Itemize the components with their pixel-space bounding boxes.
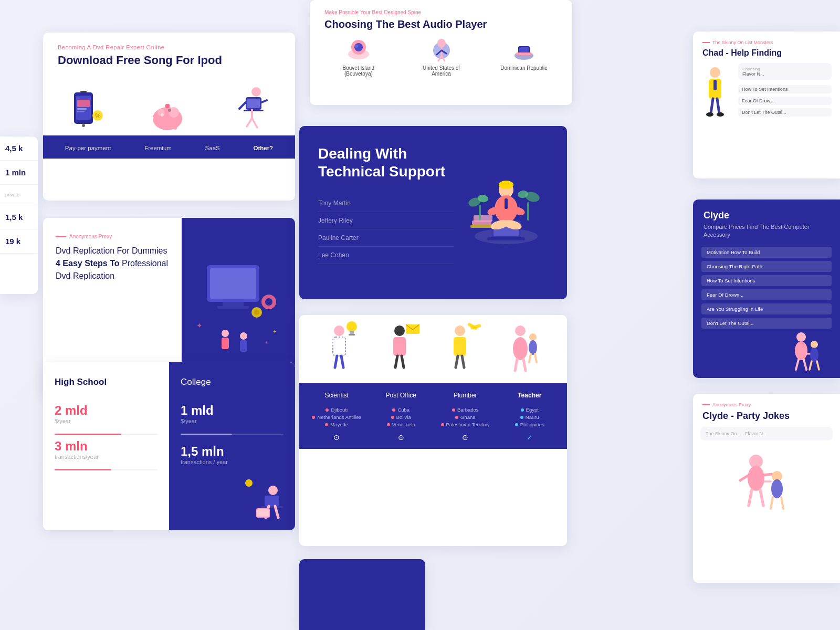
svg-point-126 [810, 348, 818, 362]
plumber-countries: Barbados Ghana Palestinian Territory [439, 405, 491, 429]
chad-tag-1: How To Set Intentions [738, 85, 832, 93]
check-plumber: ⊙ [439, 433, 491, 442]
check-scientist: ⊙ [310, 433, 363, 442]
svg-line-127 [810, 361, 812, 370]
col-stat1-lbl: $/year [181, 418, 284, 424]
svg-line-93 [335, 356, 337, 368]
option-saas: SaaS [205, 145, 220, 151]
col-stat-bar-1 [181, 434, 284, 435]
svg-point-107 [513, 337, 528, 360]
check-teacher: ✓ [503, 433, 556, 442]
loc-dominican: Dominican Republic [500, 36, 547, 77]
svg-rect-73 [527, 202, 529, 220]
chad-person-svg [698, 63, 732, 131]
card-school-college: High School 2 mld $/year 3 mln transacti… [43, 362, 295, 530]
svg-rect-69 [470, 225, 494, 228]
hs-title: High School [55, 377, 158, 387]
clyde-tag-4: Fear Of Drown... [701, 289, 832, 300]
svg-rect-68 [474, 215, 492, 222]
svg-point-106 [515, 326, 526, 336]
svg-rect-30 [217, 306, 249, 309]
svg-rect-64 [519, 47, 529, 52]
college-panel: College 1 mld $/year 1,5 mln transaction… [169, 362, 295, 530]
svg-line-109 [523, 359, 526, 371]
bouvet-icon [345, 36, 372, 62]
svg-point-87 [334, 326, 344, 336]
clyde-tag-6: Don't Let The Outsi... [701, 318, 832, 329]
svg-point-100 [455, 326, 465, 336]
card-tech-support: Dealing With Technical Support Tony Mart… [299, 126, 567, 299]
svg-point-43 [247, 481, 251, 485]
svg-line-105 [462, 356, 464, 368]
svg-rect-14 [174, 122, 177, 130]
col-title: College [181, 377, 284, 387]
card-bottom-strip [299, 559, 425, 630]
dvd-title: Dvd Replication For Dummies 4 Easy Steps… [56, 245, 169, 282]
person-2: Jeffery Riley [318, 212, 454, 229]
svg-line-23 [247, 118, 252, 127]
option-other: Other? [253, 145, 273, 151]
svg-line-104 [456, 356, 458, 368]
svg-line-94 [341, 356, 343, 368]
col-stat1-val: 1 mld [181, 403, 284, 418]
clyde-compare-top: Clyde Compare Prices Find The Best Compu… [693, 200, 840, 247]
svg-point-32 [265, 298, 272, 306]
party-bubble: The Skinny On... Flavor N... [700, 427, 833, 440]
tech-right-illus [464, 145, 548, 264]
svg-rect-82 [505, 198, 508, 209]
clyde-figure [693, 329, 840, 376]
svg-rect-78 [487, 237, 525, 240]
svg-point-34 [254, 310, 259, 315]
svg-point-80 [499, 181, 513, 189]
chad-body: Choosing Flavor N... How To Set Intentio… [693, 63, 840, 131]
svg-point-131 [748, 466, 764, 491]
svg-rect-50 [257, 509, 269, 517]
download-title: Download Free Song For Ipod [58, 54, 280, 67]
svg-line-134 [740, 475, 749, 480]
svg-point-122 [795, 341, 807, 360]
svg-line-99 [402, 356, 404, 368]
svg-line-26 [261, 100, 267, 102]
download-sub: Becoming A Dvd Repair Expert Online [58, 44, 280, 50]
clyde-name: Clyde [704, 210, 830, 221]
chad-bubble: Choosing Flavor N... [738, 63, 832, 80]
chad-top: The Skinny On List Monsters Chad - Help … [693, 32, 840, 63]
svg-rect-3 [80, 91, 87, 92]
tech-title: Dealing With Technical Support [318, 145, 454, 180]
chad-tags: Choosing Flavor N... How To Set Intentio… [735, 63, 835, 131]
clyde-party-svg [714, 446, 819, 540]
svg-point-17 [161, 113, 164, 117]
svg-point-88 [346, 321, 357, 332]
audio-title: Choosing The Best Audio Player [324, 18, 558, 30]
check-row: ⊙ ⊙ ⊙ ✓ [304, 433, 562, 442]
clyde-party-body: The Skinny On... Flavor N... [693, 427, 840, 440]
audio-top: Make Possible Your Best Designed Spine C… [310, 0, 572, 30]
svg-point-95 [394, 326, 405, 336]
svg-point-54 [355, 45, 358, 48]
hs-stat1-val: 2 mld [55, 403, 158, 418]
postoffice-illus [380, 320, 422, 383]
svg-point-44 [268, 486, 278, 495]
svg-point-121 [796, 332, 806, 342]
scientist-illus [319, 320, 361, 383]
svg-point-18 [251, 87, 261, 97]
card-clyde-compare: Clyde Compare Prices Find The Best Compu… [693, 200, 840, 378]
chad-title: Chad - Help Finding [702, 48, 831, 58]
svg-rect-90 [349, 334, 355, 335]
dvd-tech-illus: ✦ ✦ ✦ [191, 255, 286, 360]
svg-point-56 [437, 39, 446, 47]
check-postoffice: ⊙ [375, 433, 427, 442]
audio-sub: Make Possible Your Best Designed Spine [324, 9, 558, 15]
college-illus [232, 470, 295, 530]
card-clyde-party: Anonymous Proxy Clyde - Party Jokes The … [693, 394, 840, 583]
stat-5: 19 k [0, 229, 38, 254]
loc-bouvet: Bouvet Island (Bouvetoya) [335, 36, 382, 77]
svg-line-128 [817, 361, 819, 370]
svg-line-25 [239, 102, 246, 109]
hs-stat1-lbl: $/year [55, 418, 158, 424]
svg-line-139 [781, 497, 783, 509]
svg-line-118 [717, 99, 719, 113]
svg-text:%: % [95, 112, 101, 120]
svg-point-111 [529, 340, 537, 355]
svg-rect-116 [713, 80, 717, 90]
